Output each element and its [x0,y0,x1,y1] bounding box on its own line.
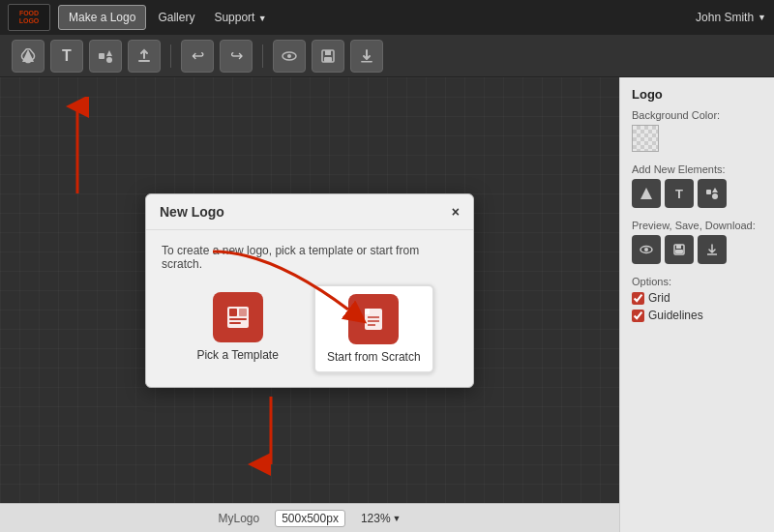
brand-line2: LOGO [19,17,40,25]
add-elements-icons: T [632,179,762,208]
svg-marker-1 [106,50,112,56]
modal-close-button[interactable]: × [452,205,460,219]
brand-logo: FOOD LOGO [8,4,50,31]
toolbar-separator2 [262,44,263,68]
svg-rect-0 [99,53,104,59]
arrow-top-left [48,97,106,213]
options-label: Options: [632,276,762,287]
add-elements-label: Add New Elements: [632,163,762,175]
save-button[interactable] [312,40,344,73]
arrow-to-scratch [194,232,406,348]
brand-line1: FOOD [19,10,39,17]
add-shape-button[interactable] [632,179,661,208]
upload-button[interactable] [128,40,161,73]
svg-rect-7 [325,50,331,55]
preview-icons [632,235,762,264]
right-panel: Logo Background Color: Add New Elements:… [619,77,774,532]
svg-point-29 [644,248,648,251]
svg-rect-8 [324,57,332,62]
user-menu[interactable]: John Smith ▼ [696,11,766,24]
guidelines-option: Guidelines [632,309,762,322]
zoom-control[interactable]: 123% ▼ [361,512,402,525]
download-icon [359,48,374,64]
options-section: Options: Grid Guidelines [632,276,762,322]
svg-marker-26 [712,188,718,192]
canvas-size-badge[interactable]: 500x500px [275,510,345,527]
shapes-icon [98,48,113,64]
preview-label: Preview, Save, Download: [632,220,762,231]
preview-button[interactable] [273,40,306,73]
svg-rect-25 [706,190,711,194]
guidelines-label: Guidelines [648,309,703,322]
user-dropdown-icon: ▼ [758,13,766,22]
shapes-tool-button[interactable] [89,40,122,73]
preview-section: Preview, Save, Download: [632,220,762,264]
add-elements-section: Add New Elements: T [632,163,762,208]
top-navigation: FOOD LOGO Make a Logo Gallery Support ▼ … [0,0,774,35]
shape-tool-button[interactable] [12,40,45,73]
support-button[interactable]: Support ▼ [206,8,274,27]
svg-rect-9 [361,61,372,63]
main-toolbar: T ↩ ↪ [0,35,774,77]
bg-color-label: Background Color: [632,109,762,121]
support-dropdown-icon: ▼ [258,14,267,23]
undo-button[interactable]: ↩ [181,40,214,73]
redo-button[interactable]: ↪ [220,40,253,73]
svg-point-27 [712,193,718,199]
zoom-value: 123% [361,512,391,525]
make-logo-button[interactable]: Make a Logo [58,5,146,30]
bg-color-picker[interactable] [632,125,659,152]
grid-label: Grid [648,291,670,305]
logo-name-label: MyLogo [218,512,259,525]
modal-title: New Logo [160,204,224,220]
eye-icon [282,48,297,64]
modal-header: New Logo × [146,194,473,230]
canvas-area[interactable]: New Logo × To create a new logo, pick a … [0,77,619,532]
save-icon [320,48,336,64]
download-button[interactable] [350,40,383,73]
upload-icon [136,48,152,64]
text-tool-button[interactable]: T [50,40,83,73]
gallery-button[interactable]: Gallery [150,8,202,27]
bg-color-section: Background Color: [632,109,762,152]
panel-download-button[interactable] [698,235,727,264]
undo-icon: ↩ [192,46,204,65]
add-graphic-button[interactable] [698,179,727,208]
svg-rect-3 [138,60,150,62]
svg-rect-31 [676,245,681,249]
start-scratch-label: Start from Scratch [327,350,421,364]
text-tool-icon: T [62,47,72,65]
guidelines-checkbox[interactable] [632,310,644,322]
redo-icon: ↪ [230,46,243,65]
panel-save-button[interactable] [665,235,694,264]
pick-template-label: Pick a Template [196,348,279,362]
arrow-bottom [232,387,310,484]
grid-checkbox[interactable] [632,292,644,305]
panel-title: Logo [632,87,762,102]
zoom-dropdown-icon: ▼ [393,514,402,523]
svg-point-2 [106,57,112,63]
add-text-button[interactable]: T [665,179,694,208]
svg-rect-32 [675,250,683,253]
bottom-status-bar: MyLogo 500x500px 123% ▼ [0,503,619,532]
toolbar-separator [170,44,171,68]
shape-tool-icon [20,48,36,64]
grid-option: Grid [632,291,762,305]
panel-preview-button[interactable] [632,235,661,264]
main-content: New Logo × To create a new logo, pick a … [0,77,774,532]
add-text-icon: T [675,187,683,201]
svg-point-5 [287,54,291,58]
